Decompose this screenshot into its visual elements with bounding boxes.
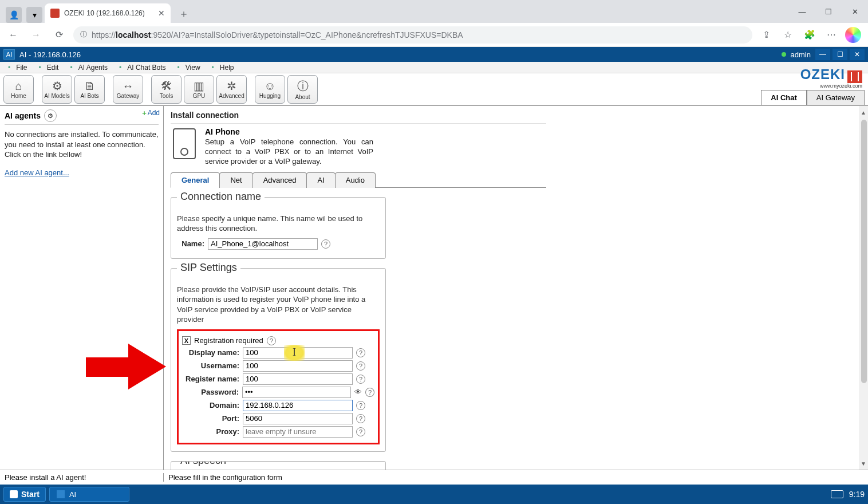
profile-icon[interactable]: 👤 bbox=[6, 7, 22, 23]
scroll-down-icon[interactable]: ▼ bbox=[860, 459, 867, 467]
registration-checkbox[interactable]: X bbox=[182, 336, 191, 345]
hero-desc: Setup a VoIP telephone connection. You c… bbox=[205, 137, 373, 167]
displayname-input[interactable] bbox=[243, 347, 353, 359]
tb-tools-button[interactable]: 🛠Tools bbox=[151, 75, 182, 104]
left-body-text: No connections are installed. To communi… bbox=[5, 129, 159, 160]
registername-help-icon[interactable]: ? bbox=[356, 375, 365, 384]
righttab-aichat[interactable]: AI Chat bbox=[761, 90, 807, 105]
tb-gpu-button[interactable]: ▥GPU bbox=[184, 75, 214, 104]
tab-general[interactable]: General bbox=[171, 172, 220, 188]
tb-about-button[interactable]: ⓘAbout bbox=[287, 75, 318, 104]
app-minimize-button[interactable]: — bbox=[815, 49, 830, 60]
tabsearch-icon[interactable]: ▾ bbox=[26, 7, 42, 23]
scrollbar[interactable]: ▲ ▼ bbox=[859, 106, 868, 470]
hero-title: AI Phone bbox=[205, 127, 373, 136]
name-help-icon[interactable]: ? bbox=[321, 239, 330, 249]
home-icon: ⌂ bbox=[15, 80, 22, 93]
sip-highlight-frame: X Registration required ? Display name: … bbox=[177, 329, 380, 444]
password-label: Password: bbox=[182, 388, 239, 396]
start-button[interactable]: Start bbox=[3, 487, 46, 502]
password-input[interactable] bbox=[242, 387, 351, 398]
tb-gateway-button[interactable]: ↔Gateway bbox=[113, 75, 143, 104]
browser-tab[interactable]: OZEKI 10 (192.168.0.126) ✕ bbox=[45, 3, 171, 23]
favicon-icon bbox=[50, 9, 60, 18]
gear-icon: ⚙ bbox=[52, 79, 62, 93]
taskbar: Start AI 9:19 bbox=[0, 485, 868, 504]
sec1-desc: Please specify a unique name. This name … bbox=[177, 214, 380, 234]
extensions-icon[interactable]: 🧩 bbox=[802, 27, 818, 43]
browser-menu-icon[interactable]: ⋯ bbox=[823, 27, 839, 43]
app-user[interactable]: admin bbox=[791, 50, 811, 59]
add-new-agent-link[interactable]: Add new AI agent... bbox=[5, 168, 69, 177]
hugging-icon: ☺ bbox=[264, 80, 275, 93]
sec2-desc: Please provide the VoIP/SIP user account… bbox=[177, 285, 380, 325]
clock: 9:19 bbox=[849, 490, 865, 499]
app-title: AI - 192.168.0.126 bbox=[19, 50, 81, 59]
proxy-help-icon[interactable]: ? bbox=[356, 427, 365, 436]
annotation-arrow-icon bbox=[86, 344, 166, 389]
tab-audio[interactable]: Audio bbox=[335, 172, 376, 188]
browser-maximize-button[interactable]: ☐ bbox=[815, 0, 842, 23]
username-label: Username: bbox=[182, 361, 239, 370]
app-menubar: •File •Edit •AI Agents •AI Chat Bots •Vi… bbox=[0, 62, 868, 73]
name-input[interactable] bbox=[208, 238, 318, 250]
status-dot-icon bbox=[782, 52, 786, 57]
registername-label: Register name: bbox=[182, 375, 239, 383]
menu-aichatbots[interactable]: •AI Chat Bots bbox=[113, 64, 172, 72]
username-input[interactable] bbox=[243, 360, 353, 372]
sec1-title: Connection name bbox=[177, 191, 265, 203]
back-button[interactable]: ← bbox=[5, 26, 22, 44]
tab-advanced[interactable]: Advanced bbox=[252, 172, 307, 188]
advanced-icon: ✲ bbox=[227, 79, 236, 93]
registername-input[interactable] bbox=[243, 373, 353, 385]
info-icon: ⓘ bbox=[297, 78, 309, 94]
domain-label: Domain: bbox=[182, 401, 239, 410]
tb-hugging-button[interactable]: ☺Hugging bbox=[255, 75, 285, 104]
port-input[interactable] bbox=[243, 413, 353, 424]
port-help-icon[interactable]: ? bbox=[356, 414, 365, 423]
app-close-button[interactable]: ✕ bbox=[850, 49, 865, 60]
tab-close-icon[interactable]: ✕ bbox=[158, 9, 165, 18]
forward-button: → bbox=[27, 26, 45, 44]
address-bar[interactable]: ⓘ https://localhost:9520/AI?a=InstallSol… bbox=[73, 26, 752, 44]
domain-help-icon[interactable]: ? bbox=[356, 401, 365, 410]
bookmark-icon[interactable]: ☆ bbox=[780, 27, 796, 43]
domain-input[interactable] bbox=[243, 400, 353, 411]
scroll-up-icon[interactable]: ▲ bbox=[860, 108, 867, 116]
newtab-button[interactable]: ＋ bbox=[174, 5, 194, 23]
tab-net[interactable]: Net bbox=[219, 172, 252, 188]
righttab-aigateway[interactable]: AI Gateway bbox=[807, 90, 865, 105]
color-extension-icon[interactable] bbox=[845, 27, 861, 43]
left-heading: AI agents bbox=[5, 111, 41, 120]
keyboard-icon[interactable] bbox=[831, 490, 843, 498]
taskbar-item-ai[interactable]: AI bbox=[49, 487, 129, 502]
menu-aiagents[interactable]: •AI Agents bbox=[64, 64, 113, 72]
share-icon[interactable]: ⇪ bbox=[758, 27, 774, 43]
tab-title: OZEKI 10 (192.168.0.126) bbox=[64, 9, 145, 17]
password-help-icon[interactable]: ? bbox=[365, 388, 374, 397]
siteinfo-icon[interactable]: ⓘ bbox=[80, 30, 87, 40]
tab-ai[interactable]: AI bbox=[306, 172, 335, 188]
displayname-help-icon[interactable]: ? bbox=[356, 348, 365, 357]
tb-advanced-button[interactable]: ✲Advanced bbox=[216, 75, 247, 104]
tb-home-button[interactable]: ⌂Home bbox=[3, 75, 34, 104]
menu-help[interactable]: •Help bbox=[206, 64, 240, 72]
menu-view[interactable]: •View bbox=[172, 64, 206, 72]
password-eye-icon[interactable]: 👁 bbox=[354, 388, 362, 396]
start-icon bbox=[10, 490, 18, 498]
ozeki-logo: OZEKI www.myozeki.com bbox=[800, 66, 862, 89]
browser-close-button[interactable]: ✕ bbox=[842, 0, 868, 23]
tb-aibots-button[interactable]: 🗎AI Bots bbox=[74, 75, 105, 104]
app-icon: AI bbox=[3, 49, 15, 60]
reload-button[interactable]: ⟳ bbox=[50, 26, 68, 44]
scroll-thumb[interactable] bbox=[861, 120, 867, 383]
proxy-input[interactable] bbox=[243, 426, 353, 438]
registration-help-icon[interactable]: ? bbox=[267, 336, 276, 345]
tb-aimodels-button[interactable]: ⚙AI Models bbox=[42, 75, 72, 104]
browser-minimize-button[interactable]: — bbox=[789, 0, 815, 23]
menu-file[interactable]: •File bbox=[2, 64, 33, 72]
menu-edit[interactable]: •Edit bbox=[33, 64, 65, 72]
username-help-icon[interactable]: ? bbox=[356, 361, 365, 371]
app-maximize-button[interactable]: ☐ bbox=[833, 49, 847, 60]
add-agent-link[interactable]: Add bbox=[141, 108, 160, 118]
